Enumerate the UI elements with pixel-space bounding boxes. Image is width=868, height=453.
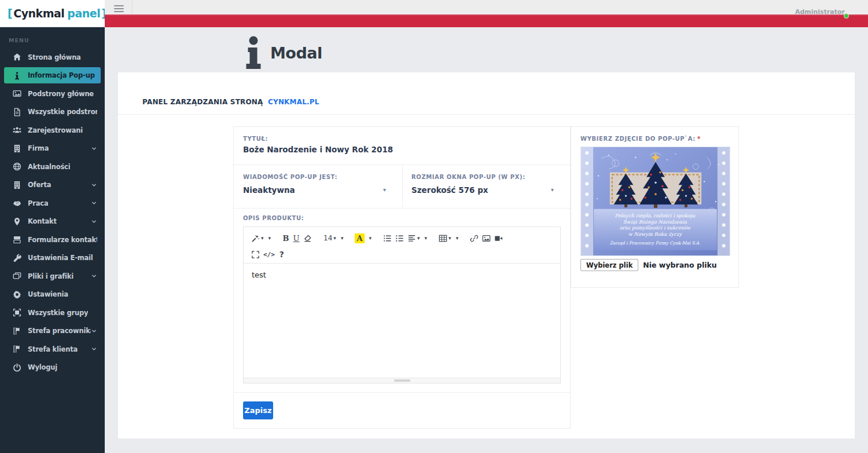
fullscreen-button[interactable] bbox=[249, 247, 262, 261]
app-logo[interactable]: [Cynkmalpanel] bbox=[0, 0, 105, 27]
breadcrumb-link[interactable]: CYNKMAL.PL bbox=[268, 98, 319, 106]
main-content: Modal PANEL ZARZĄDZANIA STRONĄ CYNKMAL.P… bbox=[105, 27, 868, 453]
image-label: WYBIERZ ZDJĘCIE DO POP-UP`A:* bbox=[580, 136, 701, 142]
content-panel: PANEL ZARZĄDZANIA STRONĄ CYNKMAL.PL TYTU… bbox=[118, 72, 855, 439]
sidebar-item-wyloguj[interactable]: Wyloguj bbox=[0, 359, 105, 377]
sidebar-item-kontakt[interactable]: Kontakt bbox=[0, 213, 105, 231]
wrench-icon bbox=[13, 254, 21, 262]
editor-resize-handle[interactable] bbox=[244, 378, 560, 383]
status-label: WIADOMOŚĆ POP-UP JEST: bbox=[243, 174, 337, 180]
sidebar-item-label: Aktualności bbox=[28, 163, 70, 171]
paragraph-dropdown-button[interactable]: ▾ bbox=[422, 231, 429, 245]
chevron-down-icon bbox=[91, 328, 97, 334]
handshake-icon bbox=[13, 199, 21, 207]
sidebar-item-strefa-klienta[interactable]: Strefa klienta bbox=[0, 340, 105, 359]
table-button[interactable]: ▾ bbox=[437, 231, 453, 245]
sidebar-item-aktualnosci[interactable]: Aktualności bbox=[0, 158, 105, 176]
sidebar-item-label: Wyloguj bbox=[28, 363, 57, 371]
chevron-down-icon bbox=[91, 346, 97, 352]
sidebar-item-ustawienia-email[interactable]: Ustawienia E-mail bbox=[0, 249, 105, 268]
topstrip-divider bbox=[132, 0, 133, 14]
card-line: Świąt Bożego Narodzenia bbox=[623, 219, 687, 225]
sidebar-item-label: Wszystkie podstrony bbox=[28, 108, 97, 116]
file-input-row: Wybierz plik Nie wybrano pliku bbox=[580, 259, 717, 271]
font-size-dropdown-button[interactable]: ▾ bbox=[338, 231, 345, 245]
link-icon bbox=[470, 234, 479, 243]
size-select[interactable]: Szerokość 576 px bbox=[411, 185, 488, 195]
sidebar-nav: Strona głównaInformacja Pop-upPodstrony … bbox=[0, 48, 105, 377]
files-icon bbox=[13, 272, 21, 280]
sidebar-item-firma[interactable]: Firma bbox=[0, 140, 105, 158]
sidebar: MENU Strona głównaInformacja Pop-upPodst… bbox=[0, 27, 105, 453]
sidebar-item-praca[interactable]: Praca bbox=[0, 194, 105, 213]
choose-file-button[interactable]: Wybierz plik bbox=[580, 259, 638, 271]
frame-icon bbox=[13, 308, 21, 317]
resize-grip bbox=[394, 379, 410, 382]
sidebar-item-label: Firma bbox=[28, 144, 49, 152]
chevron-down-icon bbox=[91, 145, 97, 152]
sidebar-item-strona-glowna[interactable]: Strona główna bbox=[0, 48, 105, 67]
clear-format-button[interactable] bbox=[301, 231, 314, 245]
globe-icon bbox=[13, 162, 21, 171]
sidebar-item-wszystkie-podstrony[interactable]: Wszystkie podstrony bbox=[0, 103, 105, 122]
sidebar-menu-label: MENU bbox=[9, 37, 30, 43]
user-menu[interactable]: Administrator bbox=[795, 8, 845, 16]
power-icon bbox=[13, 363, 21, 372]
sidebar-item-strefa-pracownika[interactable]: Strefa pracownika bbox=[0, 322, 105, 341]
topbar: Administrator bbox=[105, 0, 868, 27]
sidebar-item-formularze-kontaktowe[interactable]: Formularze kontaktowe bbox=[0, 231, 105, 249]
flag-icon bbox=[13, 345, 21, 353]
paragraph-align-button[interactable]: ▾ bbox=[406, 231, 422, 245]
table-dropdown-button[interactable]: ▾ bbox=[453, 231, 461, 245]
editor-content[interactable]: test bbox=[244, 264, 560, 377]
chevron-down-icon: ▾ bbox=[551, 187, 554, 193]
card-line: w Nowym Roku życzy bbox=[628, 231, 683, 237]
sidebar-item-wszystkie-grupy[interactable]: Wszystkie grupy bbox=[0, 304, 105, 322]
title-input[interactable]: Boże Narodzenie i Nowy Rok 2018 bbox=[243, 145, 561, 154]
red-accent-bar bbox=[105, 14, 868, 27]
sidebar-item-label: Ustawienia E-mail bbox=[28, 254, 93, 262]
sidebar-item-label: Strefa pracownika bbox=[28, 327, 91, 335]
sidebar-item-zarejestrowani[interactable]: Zarejestrowani bbox=[0, 121, 105, 140]
sidebar-item-ustawienia[interactable]: Ustawienia bbox=[0, 286, 105, 304]
bold-button[interactable]: B bbox=[281, 231, 291, 245]
font-color-button[interactable]: A bbox=[353, 231, 366, 245]
insert-video-button[interactable] bbox=[492, 231, 505, 245]
info-icon bbox=[246, 36, 261, 70]
sidebar-item-podstrony-glowne[interactable]: Podstrony główne bbox=[0, 85, 105, 103]
rich-text-editor: ▾ ▾ B U 14▾ ▾ A ▾ bbox=[243, 226, 561, 383]
save-button[interactable]: Zapisz bbox=[243, 401, 273, 419]
picture-icon bbox=[482, 234, 491, 243]
code-view-button[interactable]: </> bbox=[262, 247, 277, 261]
style-dropdown-button[interactable]: ▾ bbox=[266, 231, 273, 245]
sidebar-item-label: Strefa klienta bbox=[28, 345, 78, 353]
file-status-text: Nie wybrano pliku bbox=[643, 261, 716, 269]
ordered-list-button[interactable] bbox=[393, 231, 406, 245]
map-icon bbox=[13, 217, 21, 226]
info-icon bbox=[13, 71, 21, 80]
status-select[interactable]: Nieaktywna bbox=[243, 185, 295, 195]
breadcrumb-text: PANEL ZARZĄDZANIA STRONĄ bbox=[142, 98, 263, 106]
align-icon bbox=[407, 234, 416, 243]
insert-picture-button[interactable] bbox=[480, 231, 492, 245]
chevron-down-icon: ▾ bbox=[383, 187, 386, 193]
font-color-dropdown-button[interactable]: ▾ bbox=[366, 231, 374, 245]
unordered-list-button[interactable] bbox=[381, 231, 393, 245]
sidebar-item-pliki-i-grafiki[interactable]: Pliki i grafiki bbox=[0, 267, 105, 286]
sidebar-item-informacja-pop-up[interactable]: Informacja Pop-up bbox=[0, 67, 105, 85]
sidebar-item-label: Oferta bbox=[28, 181, 51, 189]
sidebar-item-label: Formularze kontaktowe bbox=[28, 236, 97, 244]
insert-link-button[interactable] bbox=[468, 231, 480, 245]
file-icon bbox=[13, 108, 21, 116]
help-button[interactable]: ? bbox=[277, 247, 287, 261]
hamburger-menu-icon[interactable] bbox=[114, 3, 124, 12]
style-magic-button[interactable]: ▾ bbox=[249, 231, 266, 245]
font-size-button[interactable]: 14▾ bbox=[322, 231, 338, 245]
underline-button[interactable]: U bbox=[291, 231, 301, 245]
video-icon bbox=[494, 234, 503, 243]
page-title: Modal bbox=[270, 44, 322, 62]
topstrip bbox=[105, 0, 868, 14]
sidebar-item-oferta[interactable]: Oferta bbox=[0, 176, 105, 195]
popup-form-card: TYTUŁ: Boże Narodzenie i Nowy Rok 2018 W… bbox=[233, 126, 571, 429]
fullscreen-icon bbox=[251, 250, 260, 259]
